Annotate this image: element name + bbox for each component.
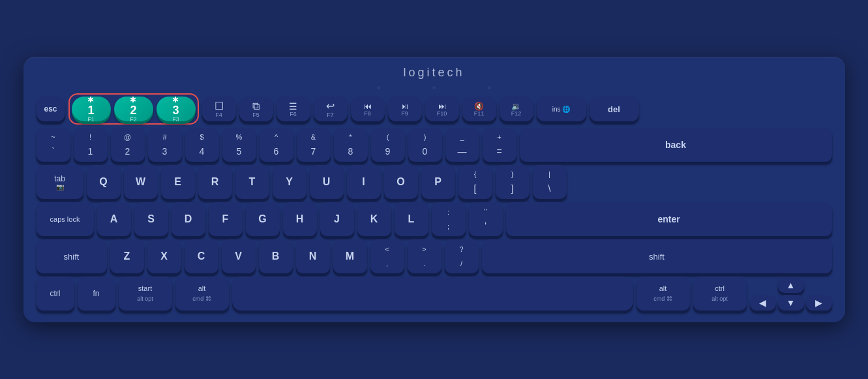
f11-label: F11 xyxy=(474,111,485,117)
key-c[interactable]: C xyxy=(185,239,218,273)
f12-label: F12 xyxy=(511,111,522,117)
key-capslock[interactable]: caps lock xyxy=(37,202,94,236)
k9-num: 9 xyxy=(385,146,391,157)
key-w[interactable]: W xyxy=(124,165,158,199)
back-label: back xyxy=(665,140,686,149)
key-x[interactable]: X xyxy=(147,239,181,273)
key-bt3[interactable]: ✱ 3 F3 xyxy=(157,97,196,121)
tilde-sym: ~ xyxy=(51,133,55,141)
minus-sym: _ xyxy=(460,133,464,141)
key-q[interactable]: Q xyxy=(87,165,121,199)
key-3[interactable]: # 3 xyxy=(148,128,182,162)
key-tab[interactable]: tab 📷 xyxy=(37,165,83,199)
key-5[interactable]: % 5 xyxy=(222,128,256,162)
key-8[interactable]: * 8 xyxy=(334,128,368,162)
key-arrow-down[interactable]: ▼ xyxy=(778,295,804,311)
key-z[interactable]: Z xyxy=(110,239,144,273)
key-j[interactable]: J xyxy=(320,202,354,236)
key-f9[interactable]: ⏯ F9 xyxy=(388,97,422,121)
key-quote[interactable]: " ' xyxy=(469,202,503,236)
key-v[interactable]: V xyxy=(222,239,256,273)
key-a[interactable]: A xyxy=(97,202,131,236)
key-o[interactable]: O xyxy=(384,165,418,199)
key-comma[interactable]: < , xyxy=(370,239,404,273)
key-2[interactable]: @ 2 xyxy=(111,128,145,162)
key-f11[interactable]: 🔇 F11 xyxy=(462,97,496,121)
key-f5[interactable]: ⧉ F5 xyxy=(239,97,273,121)
k0-num: 0 xyxy=(423,146,428,157)
key-f[interactable]: F xyxy=(209,202,243,236)
indicator-dot xyxy=(432,86,436,89)
key-space[interactable] xyxy=(232,277,633,311)
key-0[interactable]: ) 0 xyxy=(408,128,442,162)
key-f12[interactable]: 🔉 F12 xyxy=(500,97,533,121)
key-arrow-right[interactable]: ▶ xyxy=(806,295,832,311)
key-ins[interactable]: ins 🌐 xyxy=(537,97,586,121)
bt1-inner: ✱ 1 F1 xyxy=(87,95,95,123)
key-equals[interactable]: + = xyxy=(483,128,516,162)
key-alt-right[interactable]: altcmd ⌘ xyxy=(636,277,690,311)
key-minus[interactable]: _ — xyxy=(445,128,479,162)
key-backspace[interactable]: back xyxy=(520,128,832,162)
key-h[interactable]: H xyxy=(283,202,317,236)
del-label: del xyxy=(608,105,620,114)
key-e[interactable]: E xyxy=(161,165,195,199)
key-period[interactable]: > . xyxy=(408,239,441,273)
key-start[interactable]: startalt opt xyxy=(119,277,172,311)
key-enter[interactable]: enter xyxy=(506,202,832,236)
key-f6[interactable]: ☰ F6 xyxy=(277,97,310,121)
key-k[interactable]: K xyxy=(357,202,391,236)
key-7[interactable]: & 7 xyxy=(297,128,331,162)
f9-label: F9 xyxy=(401,111,408,117)
key-fn[interactable]: fn xyxy=(78,277,115,311)
key-del[interactable]: del xyxy=(590,97,639,121)
k1-sym: ! xyxy=(89,133,91,141)
key-bt1[interactable]: ✱ 1 F1 xyxy=(72,97,111,121)
key-n[interactable]: N xyxy=(296,239,330,273)
key-f10[interactable]: ⏭ F10 xyxy=(425,97,459,121)
key-f7[interactable]: ↩ F7 xyxy=(314,97,348,121)
key-6[interactable]: ^ 6 xyxy=(260,128,293,162)
k4-sym: $ xyxy=(200,133,203,141)
key-backslash[interactable]: | \ xyxy=(533,165,567,199)
key-ctrl-left[interactable]: ctrl xyxy=(37,277,74,311)
key-s[interactable]: S xyxy=(134,202,168,236)
key-4[interactable]: $ 4 xyxy=(185,128,219,162)
key-u[interactable]: U xyxy=(310,165,344,199)
k4-num: 4 xyxy=(200,146,205,157)
key-y[interactable]: Y xyxy=(273,165,307,199)
key-i[interactable]: I xyxy=(347,165,381,199)
key-arrow-left[interactable]: ◀ xyxy=(750,295,776,311)
key-arrow-up[interactable]: ▲ xyxy=(778,277,804,293)
key-tilde[interactable]: ~ ` xyxy=(37,128,70,162)
key-lbracket[interactable]: { [ xyxy=(458,165,492,199)
esc-label: esc xyxy=(44,105,57,113)
key-m[interactable]: M xyxy=(333,239,367,273)
key-l[interactable]: L xyxy=(395,202,428,236)
logo-text: logitech xyxy=(37,66,832,80)
key-lshift[interactable]: shift xyxy=(37,239,107,273)
key-semicolon[interactable]: : ; xyxy=(432,202,466,236)
right-arrow-icon: ▶ xyxy=(815,297,822,308)
key-slash[interactable]: ? / xyxy=(445,239,479,273)
key-f4[interactable]: ☐ F4 xyxy=(202,97,236,121)
bottom-row: ctrl fn startalt opt altcmd ⌘ altcmd ⌘ c… xyxy=(37,277,832,311)
key-esc[interactable]: esc xyxy=(37,97,65,121)
key-rbracket[interactable]: } ] xyxy=(496,165,530,199)
key-9[interactable]: ( 9 xyxy=(371,128,405,162)
key-bt2[interactable]: ✱ 2 F2 xyxy=(114,97,153,121)
k8-sym: * xyxy=(349,133,352,141)
key-d[interactable]: D xyxy=(172,202,205,236)
key-p[interactable]: P xyxy=(421,165,455,199)
rshift-label: shift xyxy=(649,252,665,262)
key-g[interactable]: G xyxy=(246,202,280,236)
ins-label: ins 🌐 xyxy=(552,106,571,113)
key-rshift[interactable]: shift xyxy=(482,239,832,273)
key-r[interactable]: R xyxy=(198,165,232,199)
key-t[interactable]: T xyxy=(235,165,269,199)
key-b[interactable]: B xyxy=(259,239,293,273)
key-alt-left[interactable]: altcmd ⌘ xyxy=(175,277,229,311)
key-1[interactable]: ! 1 xyxy=(74,128,108,162)
key-f8[interactable]: ⏮ F8 xyxy=(351,97,385,121)
key-ctrl-right[interactable]: ctrlalt opt xyxy=(693,277,747,311)
